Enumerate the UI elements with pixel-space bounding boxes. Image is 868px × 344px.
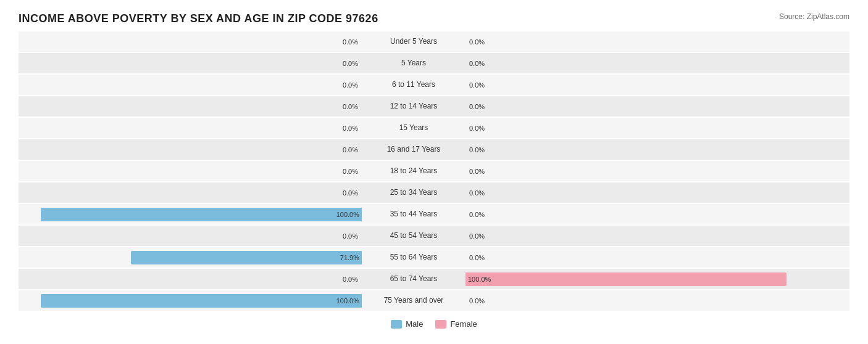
left-section: 0.0% <box>19 143 364 157</box>
page-container: INCOME ABOVE POVERTY BY SEX AND AGE IN Z… <box>19 12 849 329</box>
male-value-outside: 0.0% <box>343 60 361 67</box>
male-value-outside: 0.0% <box>343 168 361 175</box>
age-label: 18 to 24 Years <box>364 166 463 175</box>
bar-row: 0.0% 18 to 24 Years 0.0% <box>19 161 849 181</box>
bar-row: 0.0% 65 to 74 Years 100.0% <box>19 269 849 289</box>
male-bar-value: 100.0% <box>334 297 362 305</box>
bar-row: 0.0% 25 to 34 Years 0.0% <box>19 182 849 203</box>
right-section: 0.0% <box>463 186 809 200</box>
male-bar <box>361 186 362 200</box>
male-value-outside: 0.0% <box>343 232 361 240</box>
left-section: 0.0% <box>19 78 364 92</box>
age-label: 15 Years <box>364 123 463 132</box>
header: INCOME ABOVE POVERTY BY SEX AND AGE IN Z… <box>19 12 849 25</box>
bar-row: 100.0% 35 to 44 Years 0.0% <box>19 204 849 224</box>
age-label: 6 to 11 Years <box>364 80 463 89</box>
female-swatch <box>435 320 446 329</box>
right-section: 0.0% <box>463 165 809 178</box>
male-bar: 100.0% <box>41 294 362 308</box>
age-label: 35 to 44 Years <box>364 210 463 218</box>
male-value-outside: 0.0% <box>343 125 361 132</box>
bar-row: 0.0% 6 to 11 Years 0.0% <box>19 75 849 95</box>
female-value-outside: 0.0% <box>467 189 485 197</box>
chart-area: 0.0% Under 5 Years 0.0% 0.0% 5 Years <box>19 31 849 311</box>
age-label: 65 to 74 Years <box>364 274 463 283</box>
female-label: Female <box>450 319 477 329</box>
bar-row: 100.0% 75 Years and over 0.0% <box>19 290 849 311</box>
male-bar: 100.0% <box>41 208 362 221</box>
male-bar <box>361 35 362 49</box>
male-value-outside: 0.0% <box>343 276 361 283</box>
female-value-outside: 0.0% <box>467 103 485 110</box>
female-value-outside: 0.0% <box>467 125 485 132</box>
right-section: 0.0% <box>463 229 809 243</box>
female-value-outside: 0.0% <box>467 146 485 154</box>
left-section: 100.0% <box>19 294 364 308</box>
left-section: 0.0% <box>19 186 364 200</box>
male-bar-value: 71.9% <box>338 254 362 261</box>
male-value-outside: 0.0% <box>343 81 361 89</box>
age-label: 25 to 34 Years <box>364 188 463 197</box>
bar-row: 0.0% 16 and 17 Years 0.0% <box>19 139 849 160</box>
age-label: 75 Years and over <box>364 296 463 305</box>
male-bar <box>361 78 362 92</box>
male-bar <box>361 165 362 178</box>
right-section: 0.0% <box>463 251 809 264</box>
right-section: 0.0% <box>463 78 809 92</box>
chart-legend: Male Female <box>19 319 849 329</box>
age-label: 45 to 54 Years <box>364 231 463 240</box>
age-label: 16 and 17 Years <box>364 145 463 154</box>
female-value-outside: 0.0% <box>467 232 485 240</box>
right-section: 0.0% <box>463 100 809 113</box>
female-value-outside: 0.0% <box>467 254 485 261</box>
age-label: 5 Years <box>364 59 463 67</box>
bar-row: 0.0% 5 Years 0.0% <box>19 53 849 73</box>
male-value-outside: 0.0% <box>343 189 361 197</box>
male-bar: 71.9% <box>131 251 362 264</box>
female-value-outside: 0.0% <box>467 297 485 305</box>
legend-female: Female <box>435 319 477 329</box>
bar-row: 71.9% 55 to 64 Years 0.0% <box>19 247 849 268</box>
left-section: 0.0% <box>19 57 364 70</box>
right-section: 0.0% <box>463 294 809 308</box>
left-section: 0.0% <box>19 35 364 49</box>
right-section: 0.0% <box>463 35 809 49</box>
male-bar <box>361 229 362 243</box>
male-bar <box>361 143 362 157</box>
bar-row: 0.0% 15 Years 0.0% <box>19 118 849 138</box>
male-bar <box>361 272 362 286</box>
legend-male: Male <box>391 319 423 329</box>
male-label: Male <box>406 319 423 329</box>
bar-row: 0.0% 12 to 14 Years 0.0% <box>19 96 849 117</box>
male-value-outside: 0.0% <box>343 103 361 110</box>
left-section: 0.0% <box>19 165 364 178</box>
left-section: 0.0% <box>19 272 364 286</box>
left-section: 0.0% <box>19 100 364 113</box>
left-section: 0.0% <box>19 121 364 135</box>
right-section: 0.0% <box>463 208 809 221</box>
right-section: 0.0% <box>463 143 809 157</box>
female-bar: 100.0% <box>465 272 787 286</box>
right-section: 0.0% <box>463 57 809 70</box>
male-value-outside: 0.0% <box>343 38 361 46</box>
bar-row: 0.0% 45 to 54 Years 0.0% <box>19 226 849 246</box>
male-bar-value: 100.0% <box>334 211 362 218</box>
female-value-outside: 0.0% <box>467 81 485 89</box>
male-bar <box>361 121 362 135</box>
male-swatch <box>391 320 402 329</box>
age-label: 55 to 64 Years <box>364 253 463 261</box>
male-bar <box>361 100 362 113</box>
right-section: 100.0% <box>463 272 809 286</box>
source-label: Source: ZipAtlas.com <box>779 12 849 21</box>
left-section: 100.0% <box>19 208 364 221</box>
female-value-outside: 0.0% <box>467 60 485 67</box>
left-section: 71.9% <box>19 251 364 264</box>
age-label: Under 5 Years <box>364 37 463 46</box>
female-bar-value: 100.0% <box>465 276 493 283</box>
female-value-outside: 0.0% <box>467 211 485 218</box>
bar-row: 0.0% Under 5 Years 0.0% <box>19 31 849 52</box>
male-bar <box>361 57 362 70</box>
female-value-outside: 0.0% <box>467 168 485 175</box>
chart-title: INCOME ABOVE POVERTY BY SEX AND AGE IN Z… <box>19 12 378 25</box>
age-label: 12 to 14 Years <box>364 102 463 110</box>
